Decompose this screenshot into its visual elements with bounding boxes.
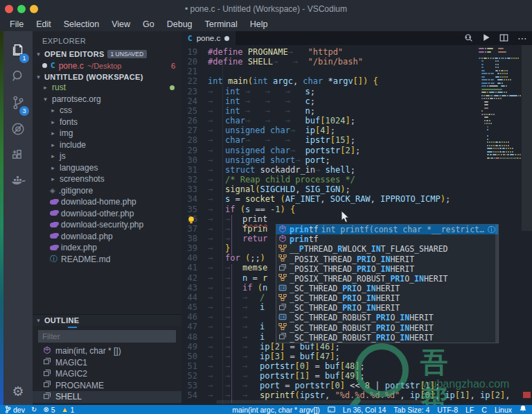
scrollbar-thumb[interactable] bbox=[522, 45, 532, 231]
vertical-scrollbar[interactable] bbox=[522, 45, 532, 405]
menu-edit[interactable]: Edit bbox=[30, 18, 57, 31]
search-icon[interactable] bbox=[3, 64, 33, 88]
code-line[interactable]: 25→int → → → n; bbox=[181, 106, 479, 116]
outline-filter-input[interactable] bbox=[38, 330, 176, 343]
extensions-icon[interactable] bbox=[3, 144, 33, 167]
code-line[interactable]: 52→→→portstr[1] = buf[49]; bbox=[181, 371, 479, 381]
code-line[interactable]: 24→int → → → c; bbox=[181, 96, 479, 106]
tree-item-download-security-php[interactable]: download-security.php bbox=[33, 219, 181, 231]
outline-item-shell[interactable]: SHELL bbox=[33, 391, 181, 403]
suggest-item[interactable]: _SC_THREAD_PRIO_INHERIT bbox=[276, 303, 498, 313]
split-editor-icon[interactable] bbox=[499, 33, 508, 44]
docker-icon[interactable] bbox=[3, 170, 33, 193]
eol-indicator[interactable]: LF bbox=[466, 406, 474, 414]
suggest-item[interactable]: _SC_THREAD_ROBUST_PRIO_INHERIT bbox=[276, 313, 498, 322]
language-mode[interactable]: C bbox=[481, 406, 487, 414]
debug-icon[interactable] bbox=[3, 117, 33, 141]
open-editors-section[interactable]: ▾ OPEN EDITORS 1 UNSAVED bbox=[33, 48, 181, 60]
suggest-item[interactable]: _SC_THREAD_PRIO_INHERIT bbox=[276, 293, 498, 303]
suggest-scrollbar[interactable] bbox=[495, 225, 498, 343]
code-line[interactable]: 33→signal(SIGCHLD, SIG_IGN); bbox=[181, 184, 479, 194]
tree-item-screenshots[interactable]: ▸screenshots bbox=[33, 173, 181, 185]
code-line[interactable]: 20#define SHELL→ → "/bin/bash" bbox=[181, 57, 479, 67]
code-line[interactable]: 22int main(int argc, char *argv[]) { bbox=[181, 76, 479, 86]
suggest-item[interactable]: _POSIX_THREAD_PRIO_INHERIT bbox=[276, 264, 498, 274]
tree-item-img[interactable]: ▸img bbox=[33, 128, 181, 139]
code-line[interactable]: 29→unsigned char→ portstr[2]; bbox=[181, 146, 479, 155]
menu-go[interactable]: Go bbox=[136, 18, 161, 31]
settings-gear-icon[interactable]: ⚙ bbox=[3, 383, 33, 399]
tree-item-rust[interactable]: ▸rust bbox=[33, 82, 181, 94]
encoding[interactable]: UTF-8 bbox=[437, 406, 458, 414]
code-line[interactable]: 27→unsigned char→ ip[4]; bbox=[181, 126, 479, 135]
tree-item--gitignore[interactable]: ◈.gitignore bbox=[33, 185, 181, 197]
code-line[interactable]: 35→if (s == -1) { bbox=[181, 205, 479, 214]
code-line[interactable]: 21 bbox=[181, 67, 479, 76]
open-changes-icon[interactable] bbox=[464, 33, 473, 44]
code-line[interactable]: 51→→→portstr[0] = buf[48]; bbox=[181, 361, 479, 371]
code-line[interactable]: 28→char→ → → ipstr[15]; bbox=[181, 135, 479, 145]
warnings-indicator[interactable]: ▲ 1 bbox=[62, 406, 75, 414]
tree-item-fonts[interactable]: ▸fonts bbox=[33, 117, 181, 128]
open-editor-pone-c[interactable]: C pone.c ~/Desktop 6 bbox=[33, 60, 181, 71]
lightbulb-icon[interactable] bbox=[187, 215, 195, 227]
explorer-icon[interactable]: 1 bbox=[3, 38, 33, 62]
suggest-item[interactable]: printf int printf(const char *__restrict… bbox=[276, 225, 498, 234]
cursor-position[interactable]: Ln 36, Col 14 bbox=[343, 406, 386, 414]
sync-icon[interactable]: ↻ bbox=[31, 406, 37, 413]
horizontal-scrollbar[interactable] bbox=[216, 400, 424, 404]
source-control-icon[interactable]: 3 bbox=[3, 91, 33, 114]
tree-item-index-php[interactable]: index.php bbox=[33, 242, 181, 254]
code-line[interactable]: 31→struct sockaddr_in→ shell; bbox=[181, 165, 479, 175]
outline-item-magic2[interactable]: MAGIC2 bbox=[33, 368, 181, 380]
menu-terminal[interactable]: Terminal bbox=[199, 18, 244, 31]
more-actions-icon[interactable]: ⋯ bbox=[517, 33, 528, 44]
outline-item-progname[interactable]: PROGNAME bbox=[33, 380, 181, 392]
suggest-item[interactable]: _SC_THREAD_PRIO_INHERIT bbox=[276, 284, 498, 293]
tree-item-include[interactable]: ▸include bbox=[33, 139, 181, 151]
outline-item-magic1[interactable]: MAGIC1 bbox=[33, 357, 181, 369]
code-line[interactable]: 26→char→ → → buf[1024]; bbox=[181, 116, 479, 126]
tab-pone-c[interactable]: C pone.c bbox=[181, 31, 236, 45]
menu-selection[interactable]: Selection bbox=[57, 18, 105, 31]
tab-modified-dot-icon[interactable] bbox=[224, 36, 229, 41]
suggest-item[interactable]: _SC_THREAD_ROBUST_PRIO_INHERIT bbox=[276, 333, 498, 343]
errors-indicator[interactable]: ⊗ 5 bbox=[43, 406, 55, 414]
title-bar[interactable]: • pone.c - Untitled (Workspace) - VSCodi… bbox=[0, 0, 532, 18]
code-line[interactable]: 32→/* Reap child processes */ bbox=[181, 175, 479, 184]
tree-item-css[interactable]: ▸css bbox=[33, 105, 181, 117]
suggest-item[interactable]: __PTHREAD_RWLOCK_INT_FLAGS_SHARED bbox=[276, 244, 498, 254]
code-line[interactable]: 36→→print bbox=[181, 214, 479, 224]
code-area[interactable]: 19#define PROGNAME→ "httpd"20#define SHE… bbox=[181, 45, 532, 405]
minimap[interactable] bbox=[479, 47, 522, 159]
suggest-item[interactable]: _POSIX_THREAD_PRIO_INHERIT bbox=[276, 254, 498, 264]
feedback-icon[interactable] bbox=[328, 406, 335, 414]
info-icon[interactable]: ⓘ bbox=[488, 225, 495, 234]
tree-item-js[interactable]: ▸js bbox=[33, 150, 181, 162]
workspace-section[interactable]: ▾ UNTITLED (WORKSPACE) bbox=[33, 71, 181, 83]
symbol-context[interactable]: main(int argc, char * argv[]) bbox=[232, 406, 320, 414]
menu-help[interactable]: Help bbox=[244, 18, 274, 31]
code-line[interactable]: 23→int → → → s; bbox=[181, 87, 479, 96]
menu-view[interactable]: View bbox=[105, 18, 136, 31]
tree-item-download-php[interactable]: download.php bbox=[33, 231, 181, 243]
tree-item-download-home-php[interactable]: download-home.php bbox=[33, 196, 181, 208]
code-line[interactable]: 54→→→sprintf(ipstr, "%d.%d.%d.%d", ip[0]… bbox=[181, 390, 479, 400]
notifications-bell-icon[interactable] bbox=[520, 405, 526, 414]
branch-indicator[interactable]: dev bbox=[5, 406, 25, 414]
tree-item-readme-md[interactable]: ⓘREADME.md bbox=[33, 254, 181, 266]
suggest-item[interactable]: _POSIX_THREAD_ROBUST_PRIO_INHERIT bbox=[276, 274, 498, 284]
outline-item-main-int-char-[interactable]: main(int, char * []) bbox=[33, 345, 181, 357]
code-line[interactable]: 19#define PROGNAME→ "httpd" bbox=[181, 47, 479, 57]
tree-item-download-other-php[interactable]: download-other.php bbox=[33, 208, 181, 220]
code-line[interactable]: 30→unsigned short→ port; bbox=[181, 155, 479, 165]
code-line[interactable]: 34→s = socket (AF_INET, SOCK_RAW, IPPROT… bbox=[181, 194, 479, 204]
run-icon[interactable] bbox=[482, 33, 490, 43]
menu-file[interactable]: File bbox=[3, 18, 30, 31]
tree-item-parrotsec-org[interactable]: ▾parrotsec.org bbox=[33, 94, 181, 105]
tree-item-languages[interactable]: ▸languages bbox=[33, 162, 181, 174]
outline-section-header[interactable]: ▾ OUTLINE bbox=[33, 314, 181, 326]
code-line[interactable]: 53→→→port = portstr[0] << 8 | portstr[1]… bbox=[181, 381, 479, 390]
tab-size[interactable]: Tab Size: 4 bbox=[393, 406, 429, 414]
suggest-item[interactable]: printf bbox=[276, 234, 498, 244]
